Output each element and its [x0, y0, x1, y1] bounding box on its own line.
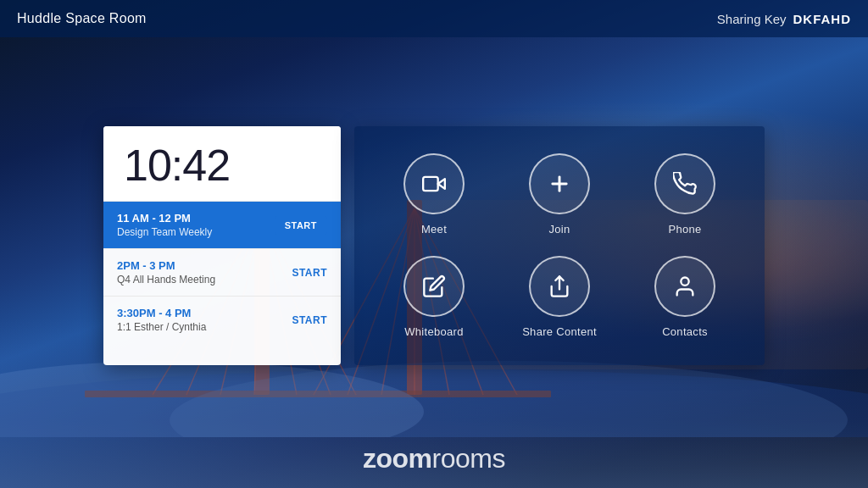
sharing-key-value: DKFAHD [793, 12, 852, 26]
meeting-3-start-button[interactable]: START [292, 314, 327, 326]
contacts-label: Contacts [662, 325, 708, 338]
meeting-item-3: 3:30PM - 4 PM 1:1 Esther / Cynthia START [103, 296, 341, 343]
action-contacts[interactable]: Contacts [622, 246, 748, 348]
sharing-key-label: Sharing Key [717, 12, 787, 26]
meeting-1-info: 11 AM - 12 PM Design Team Weekly [117, 212, 212, 238]
brand-rooms: rooms [432, 443, 505, 474]
meeting-row-1: 11 AM - 12 PM Design Team Weekly START [117, 212, 327, 238]
schedule-panel: 10:42 11 AM - 12 PM Design Team Weekly S… [103, 126, 341, 365]
meeting-3-title: 1:1 Esther / Cynthia [117, 321, 206, 333]
contacts-circle [654, 256, 715, 317]
meeting-item-2: 2PM - 3 PM Q4 All Hands Meeting START [103, 248, 341, 296]
meeting-2-time: 2PM - 3 PM [117, 259, 215, 272]
share-icon [548, 274, 571, 298]
share-content-label: Share Content [522, 325, 597, 338]
pencil-icon [422, 274, 446, 298]
action-panel: Meet Join Phone [354, 126, 765, 365]
meeting-3-time: 3:30PM - 4 PM [117, 307, 206, 319]
plus-icon [548, 172, 571, 196]
meeting-2-title: Q4 All Hands Meeting [117, 274, 215, 286]
person-icon [673, 274, 697, 298]
main-content: 10:42 11 AM - 12 PM Design Team Weekly S… [0, 37, 868, 488]
whiteboard-circle [403, 256, 465, 317]
meeting-2-info: 2PM - 3 PM Q4 All Hands Meeting [117, 259, 215, 286]
meeting-1-time: 11 AM - 12 PM [117, 212, 212, 225]
meeting-row-3: 3:30PM - 4 PM 1:1 Esther / Cynthia START [117, 307, 327, 333]
meeting-3-info: 3:30PM - 4 PM 1:1 Esther / Cynthia [117, 307, 206, 333]
whiteboard-label: Whiteboard [404, 325, 463, 338]
action-meet[interactable]: Meet [371, 143, 497, 246]
meeting-1-start-button[interactable]: START [275, 216, 327, 235]
branding: zoom rooms [363, 443, 505, 474]
phone-label: Phone [668, 223, 701, 236]
meet-label: Meet [421, 223, 447, 236]
svg-rect-21 [423, 177, 438, 191]
room-name: Huddle Space Room [17, 11, 147, 26]
panels-container: 10:42 11 AM - 12 PM Design Team Weekly S… [103, 126, 765, 365]
meeting-2-start-button[interactable]: START [292, 267, 327, 279]
meeting-1-title: Design Team Weekly [117, 226, 212, 238]
phone-circle [654, 153, 715, 214]
svg-point-25 [681, 278, 688, 286]
action-join[interactable]: Join [497, 143, 622, 246]
clock-display: 10:42 [124, 143, 320, 187]
action-whiteboard[interactable]: Whiteboard [371, 246, 497, 348]
join-label: Join [548, 223, 570, 236]
header-bar: Huddle Space Room Sharing Key DKFAHD [0, 0, 868, 37]
phone-icon [673, 172, 697, 196]
meeting-row-2: 2PM - 3 PM Q4 All Hands Meeting START [117, 259, 327, 286]
camera-icon [422, 172, 446, 196]
clock-section: 10:42 [103, 126, 341, 201]
share-circle [529, 256, 590, 317]
sharing-key-container: Sharing Key DKFAHD [717, 12, 851, 26]
brand-zoom: zoom [363, 443, 432, 474]
action-share-content[interactable]: Share Content [497, 246, 622, 348]
join-circle [529, 153, 590, 214]
meet-circle [403, 153, 465, 214]
action-phone[interactable]: Phone [622, 143, 748, 246]
meeting-item-1: 11 AM - 12 PM Design Team Weekly START [103, 201, 341, 248]
